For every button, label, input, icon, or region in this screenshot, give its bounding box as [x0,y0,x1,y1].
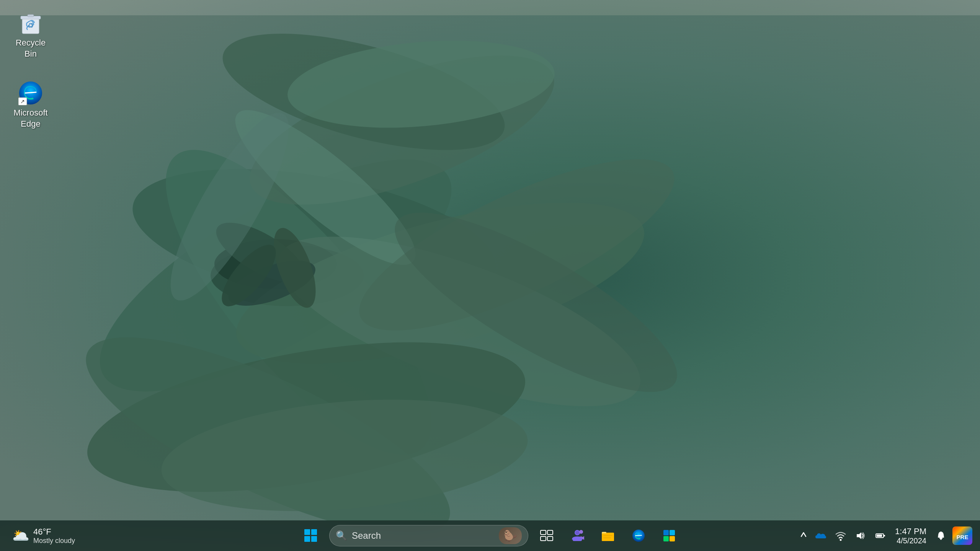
wifi-icon [835,530,846,541]
taskbar-edge-icon [632,529,645,543]
search-label: Search [352,530,494,541]
clock-time: 1:47 PM [895,527,926,536]
file-explorer-icon [601,529,615,543]
weather-text: 46°F Mostly cloudy [33,527,75,545]
recycle-bin-label: Recycle Bin [11,37,51,59]
onedrive-icon [815,531,827,540]
svg-rect-40 [573,537,582,541]
svg-point-53 [840,539,842,541]
svg-rect-32 [311,536,317,542]
task-view-icon [540,530,553,541]
svg-marker-54 [857,532,861,539]
svg-point-38 [579,530,583,534]
svg-rect-57 [884,535,885,536]
svg-rect-29 [304,529,310,535]
volume-icon [855,530,866,541]
svg-rect-47 [603,537,611,538]
svg-rect-33 [541,530,546,535]
svg-rect-34 [547,530,553,535]
svg-rect-46 [603,535,612,536]
weather-widget[interactable]: 🌥️ 46°F Mostly cloudy [8,525,80,547]
weather-temperature: 46°F [33,527,75,537]
pre-badge[interactable]: PRE [952,527,972,545]
taskbar-task-view[interactable] [534,525,559,546]
svg-rect-30 [311,529,317,535]
recycle-bin-icon: ♻ [19,11,42,36]
taskbar-store[interactable] [657,525,681,546]
notification-bell[interactable] [933,527,949,544]
tray-volume[interactable] [852,527,869,544]
chevron-up-icon [800,530,807,539]
teams-icon [570,529,584,543]
desktop-icon-recycle-bin[interactable]: ♻ Recycle Bin [8,8,54,62]
svg-text:♻: ♻ [28,22,34,29]
taskbar-teams[interactable] [565,525,590,546]
desktop-wallpaper [0,0,980,551]
tray-wifi[interactable] [832,527,849,544]
bell-icon [936,530,946,541]
svg-rect-50 [670,530,675,535]
svg-point-39 [575,531,579,535]
taskbar-right: 1:47 PM 4/5/2024 [798,525,972,547]
svg-rect-56 [877,535,882,537]
tray-onedrive[interactable] [812,527,829,544]
desktop: ♻ Recycle Bin [0,0,980,551]
svg-point-59 [940,538,942,540]
taskbar-center: 🔍 Search 🦫 [299,525,681,546]
search-animal-icon: 🦫 [499,527,522,544]
svg-text:↗: ↗ [20,98,25,104]
clock-date: 4/5/2024 [897,536,926,545]
system-clock[interactable]: 1:47 PM 4/5/2024 [892,525,929,547]
weather-icon: 🌥️ [12,528,29,544]
svg-rect-52 [670,536,675,541]
svg-rect-49 [663,530,669,535]
windows-logo-icon [304,529,318,543]
tray-battery[interactable] [872,527,889,544]
taskbar: 🌥️ 46°F Mostly cloudy 🔍 [0,520,980,551]
svg-rect-36 [547,536,553,541]
desktop-icon-microsoft-edge[interactable]: ↗ MicrosoftEdge [8,78,54,132]
start-button[interactable] [299,525,323,546]
taskbar-file-explorer[interactable] [596,525,620,546]
store-icon [662,529,676,543]
taskbar-left: 🌥️ 46°F Mostly cloudy [8,525,115,547]
svg-rect-51 [663,536,669,541]
recycle-bin-icon-container: ♻ [18,11,43,35]
edge-label: MicrosoftEdge [13,108,47,129]
weather-description: Mostly cloudy [33,537,75,545]
svg-rect-24 [28,15,34,17]
svg-rect-35 [541,536,546,541]
tray-overflow-button[interactable] [798,529,809,543]
battery-icon [875,530,886,541]
desktop-icons: ♻ Recycle Bin [8,8,54,132]
pre-icon: PRE [953,527,972,544]
edge-icon: ↗ [18,81,43,105]
edge-icon-container: ↗ [18,81,43,105]
taskbar-edge[interactable] [626,525,651,546]
svg-text:PRE: PRE [957,534,969,540]
svg-rect-31 [304,536,310,542]
search-bar[interactable]: 🔍 Search 🦫 [329,525,528,546]
search-icon: 🔍 [336,530,347,541]
